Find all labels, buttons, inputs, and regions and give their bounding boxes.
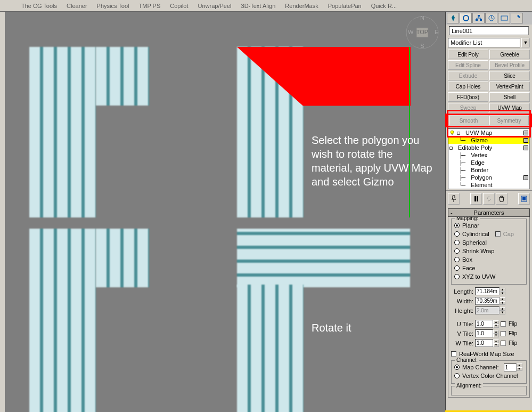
mesh-object[interactable] [29, 47, 136, 217]
modifier-stack[interactable]: ⊟ UVW Map └─ Gizmo ⊟ Editable Poly ├─ Ve… [448, 128, 530, 189]
mod-btn-ffd-box[interactable]: FFD(box) [448, 92, 488, 102]
modifier-buttons: Edit Poly Greeble Edit Spline Bevel Prof… [446, 49, 532, 114]
viewport[interactable]: Select the polygon you wish to rotate th… [5, 12, 445, 412]
lightbulb-icon[interactable] [449, 130, 455, 135]
stack-tools [446, 190, 532, 207]
mod-btn-smooth[interactable]: Smooth [449, 116, 488, 125]
v-flip-checkbox[interactable] [501, 331, 506, 336]
length-spinner[interactable]: ▲▼ [475, 287, 505, 295]
pin-stack-button[interactable] [448, 193, 460, 205]
svg-rect-13 [452, 134, 453, 135]
stack-toggle-icon[interactable] [523, 146, 528, 150]
dropdown-arrow-icon[interactable]: ▼ [521, 38, 530, 47]
toolbar-item[interactable]: TMP PS [139, 3, 161, 9]
mod-btn-vertex-paint[interactable]: VertexPaint [489, 82, 530, 91]
parameters-rollout: -Parameters Mapping: Planar Cylindrical … [448, 208, 530, 398]
top-toolbar: The CG Tools Cleaner Physics Tool TMP PS… [0, 0, 532, 12]
mod-btn-extrude[interactable]: Extrude [448, 71, 488, 80]
toolbar-item[interactable]: 3D-Text Align [241, 3, 276, 9]
toolbar-item[interactable]: RenderMask [285, 3, 318, 9]
object-name-field[interactable]: Line001 [449, 26, 529, 35]
mapping-opt-planar[interactable]: Planar [454, 221, 523, 230]
svg-text:W: W [408, 29, 414, 35]
toolbar-item[interactable]: Quick R... [371, 3, 397, 9]
tab-motion[interactable] [485, 13, 497, 23]
height-label: Height: [451, 308, 473, 314]
mod-btn-sweep[interactable]: Sweep [448, 103, 488, 112]
width-spinner[interactable]: ▲▼ [475, 297, 505, 305]
mod-btn-edit-spline[interactable]: Edit Spline [448, 60, 488, 70]
stack-item-vertex[interactable]: ├─ Vertex [448, 151, 529, 159]
toolbar-item[interactable]: The CG Tools [21, 3, 57, 9]
configure-sets-button[interactable] [518, 193, 530, 205]
stack-item-border[interactable]: ├─ Border [448, 166, 529, 174]
svg-rect-7 [478, 15, 480, 17]
stack-item-element[interactable]: └─ Element [448, 181, 529, 189]
mapping-opt-spherical[interactable]: Spherical [454, 238, 523, 247]
width-label: Width: [451, 298, 473, 304]
annotation-text: Rotate it [312, 321, 351, 335]
command-panel: Line001 Modifier List ▼ Edit Poly Greebl… [445, 12, 532, 412]
mapping-opt-box[interactable]: Box [454, 255, 523, 264]
alignment-group: Alignment: [451, 386, 527, 395]
tab-hierarchy[interactable] [472, 13, 485, 23]
remove-modifier-button[interactable] [496, 193, 508, 205]
mod-btn-symmetry[interactable]: Symmetry [489, 116, 529, 125]
u-tile-spinner[interactable]: ▲▼ [475, 320, 499, 328]
make-unique-button[interactable] [483, 193, 495, 205]
stack-item-edge[interactable]: ├─ Edge [448, 159, 529, 166]
mod-btn-greeble[interactable]: Greeble [489, 50, 530, 59]
mod-btn-slice[interactable]: Slice [489, 71, 530, 80]
map-channel-spinner[interactable]: ▲▼ [504, 363, 522, 371]
mesh-object[interactable] [237, 229, 410, 412]
channel-group: Channel: Map Channel: ▲▼ Vertex Color Ch… [451, 360, 527, 384]
axis-line [409, 47, 410, 217]
svg-text:S: S [420, 43, 424, 49]
map-channel-option[interactable]: Map Channel: ▲▼ [454, 363, 523, 371]
mod-btn-shell[interactable]: Shell [489, 92, 530, 102]
mapping-opt-face[interactable]: Face [454, 264, 523, 272]
stack-toggle-icon[interactable] [523, 131, 528, 135]
alignment-legend: Alignment: [455, 383, 483, 389]
tab-utilities[interactable] [511, 13, 523, 23]
show-end-result-button[interactable] [470, 193, 482, 205]
mapping-group: Mapping: Planar Cylindrical Cap Spherica… [451, 219, 527, 285]
svg-text:E: E [435, 29, 438, 35]
modifier-list-dropdown[interactable]: Modifier List [448, 38, 520, 47]
stack-item-polygon[interactable]: ├─ Polygon [448, 174, 529, 181]
tab-display[interactable] [498, 13, 510, 23]
toolbar-item[interactable]: Copilot [170, 3, 188, 9]
toolbar-item[interactable]: Cleaner [67, 3, 87, 9]
mod-btn-uvw-map[interactable]: UVW Map [489, 103, 530, 112]
vertex-color-channel-option[interactable]: Vertex Color Channel [454, 371, 523, 380]
toolbar-item[interactable]: Physics Tool [97, 3, 129, 9]
length-label: Length: [451, 288, 473, 295]
mapping-opt-cylindrical[interactable]: Cylindrical Cap [454, 230, 523, 238]
v-tile-spinner[interactable]: ▲▼ [475, 329, 499, 337]
mesh-object[interactable] [29, 229, 136, 412]
toolbar-item[interactable]: PopulatePan [328, 3, 362, 9]
tab-create[interactable] [447, 13, 459, 23]
stack-toggle-icon[interactable] [523, 175, 528, 180]
stack-item-editable-poly[interactable]: ⊟ Editable Poly [448, 144, 529, 151]
mapping-opt-shrink-wrap[interactable]: Shrink Wrap [454, 247, 523, 255]
stack-item-gizmo[interactable]: └─ Gizmo [448, 136, 529, 144]
mod-btn-cap-holes[interactable]: Cap Holes [448, 82, 488, 91]
stack-item-uvw-map[interactable]: ⊟ UVW Map [448, 129, 529, 136]
w-tile-spinner[interactable]: ▲▼ [475, 339, 499, 347]
tab-modify[interactable] [460, 13, 472, 23]
w-flip-checkbox[interactable] [501, 341, 506, 346]
rollout-header[interactable]: -Parameters [448, 208, 530, 217]
svg-rect-9 [480, 19, 482, 21]
svg-rect-15 [477, 196, 478, 201]
mod-btn-edit-poly[interactable]: Edit Poly [448, 50, 488, 59]
svg-text:TOP: TOP [416, 29, 428, 35]
mapping-opt-xyz[interactable]: XYZ to UVW [454, 272, 523, 281]
mapping-legend: Mapping: [455, 217, 480, 221]
mod-btn-bevel-profile[interactable]: Bevel Profile [489, 60, 530, 70]
u-flip-checkbox[interactable] [501, 321, 506, 327]
viewcube[interactable]: N S W E TOP [406, 16, 439, 49]
toolbar-item[interactable]: Unwrap/Peel [198, 3, 232, 9]
annotation-text: Select the polygon you wish to rotate th… [312, 133, 434, 189]
stack-toggle-icon[interactable] [523, 138, 528, 143]
